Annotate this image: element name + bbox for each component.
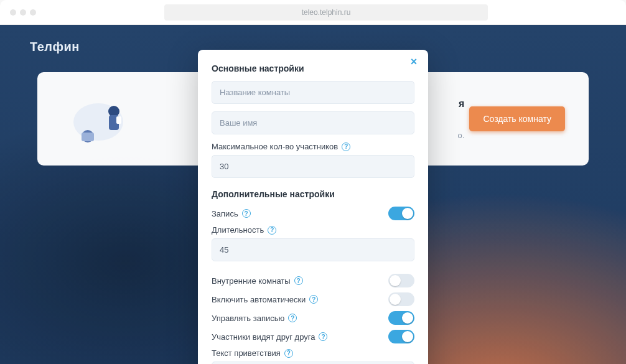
page: Телфин я о. Создать комнату × Основные н… — [0, 25, 626, 364]
manage-recording-toggle[interactable] — [388, 311, 414, 325]
help-icon[interactable]: ? — [242, 209, 251, 218]
settings-modal: × Основные настройки Максимальное кол-во… — [198, 50, 428, 364]
close-icon[interactable]: × — [407, 55, 421, 68]
brand-logo: Телфин — [30, 40, 80, 54]
help-icon[interactable]: ? — [288, 314, 297, 322]
see-each-other-label: Участники видят друг друга ? — [212, 332, 327, 342]
recording-toggle[interactable] — [388, 207, 414, 220]
window-dot — [30, 9, 36, 16]
your-name-input[interactable] — [212, 111, 414, 134]
manage-recording-label: Управлять записью ? — [212, 314, 297, 323]
svg-rect-2 — [82, 133, 94, 141]
create-room-button[interactable]: Создать комнату — [469, 106, 565, 131]
greeting-label: Текст приветствия ? — [212, 348, 414, 358]
max-participants-label: Максимальное кол-во участников ? — [212, 142, 414, 151]
svg-rect-5 — [116, 116, 121, 124]
window-dot — [20, 9, 26, 16]
auto-on-toggle[interactable] — [388, 292, 414, 306]
basic-settings-title: Основные настройки — [212, 63, 414, 73]
help-icon[interactable]: ? — [268, 226, 276, 235]
window-dots — [10, 9, 36, 16]
help-icon[interactable]: ? — [319, 332, 327, 341]
help-icon[interactable]: ? — [294, 276, 303, 285]
help-icon[interactable]: ? — [309, 295, 318, 304]
auto-on-label: Включить автоматически ? — [212, 295, 318, 304]
max-participants-input[interactable] — [212, 155, 414, 178]
window-dot — [10, 9, 16, 16]
inner-rooms-label: Внутренние комнаты ? — [212, 276, 303, 286]
see-each-other-toggle[interactable] — [388, 330, 414, 343]
room-name-input[interactable] — [212, 81, 414, 104]
greeting-input[interactable] — [212, 362, 414, 364]
additional-settings-title: Дополнительные настройки — [212, 189, 414, 199]
duration-label: Длительность ? — [212, 225, 414, 235]
hero-illustration — [55, 85, 142, 153]
help-icon[interactable]: ? — [342, 142, 350, 151]
duration-input[interactable] — [212, 238, 414, 261]
address-bar[interactable]: teleo.telphin.ru — [164, 4, 488, 21]
inner-rooms-toggle[interactable] — [388, 274, 414, 287]
recording-label: Запись ? — [212, 209, 251, 218]
browser-chrome: teleo.telphin.ru — [0, 0, 626, 25]
help-icon[interactable]: ? — [284, 349, 293, 358]
